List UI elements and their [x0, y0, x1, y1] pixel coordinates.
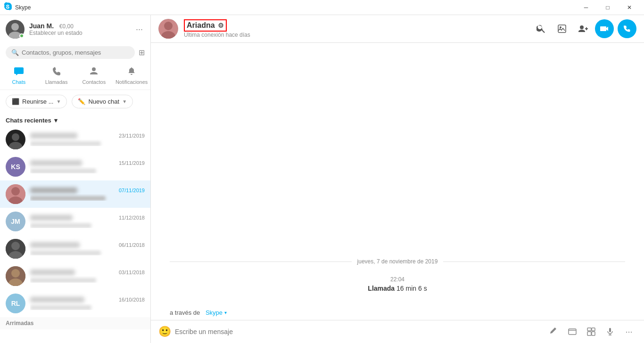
audio-button[interactable] — [603, 324, 618, 339]
close-button[interactable]: ✕ — [619, 0, 640, 15]
via-chevron-icon: ▾ — [224, 310, 227, 315]
more-input-button[interactable]: ··· — [621, 324, 636, 339]
tab-calls-label: Llamadas — [45, 79, 68, 85]
avatar-container — [6, 20, 25, 39]
meet-button[interactable]: ⬛ Reunirse ... ▼ — [6, 95, 67, 108]
chat-preview — [30, 194, 145, 201]
meet-icon: ⬛ — [12, 98, 19, 105]
svg-point-5 — [11, 187, 20, 196]
svg-rect-21 — [587, 332, 591, 335]
meet-chevron-icon: ▼ — [56, 99, 61, 104]
messages-area: jueves, 7 de noviembre de 2019 22:04 Lla… — [151, 43, 644, 305]
search-chat-button[interactable] — [533, 20, 550, 37]
list-item[interactable]: 06/11/2018 — [0, 235, 150, 262]
tab-calls[interactable]: Llamadas — [38, 64, 75, 88]
chat-info: 03/11/2018 — [30, 270, 145, 283]
heading-chevron-icon: ▾ — [54, 117, 58, 124]
chat-name — [30, 133, 77, 139]
new-chat-button[interactable]: ✏️ Nuevo chat ▼ — [72, 95, 133, 108]
voice-call-button[interactable] — [618, 19, 636, 38]
list-item[interactable]: RL 16/10/2018 — [0, 290, 150, 317]
chat-info: 06/11/2018 — [30, 242, 145, 255]
contact-name: Ariadna — [187, 21, 215, 30]
grid-button[interactable]: ⊞ — [139, 48, 145, 57]
tab-notifications-label: Notificaciones — [116, 79, 148, 85]
chat-name — [30, 215, 73, 220]
list-item[interactable]: 07/11/2019 — [0, 180, 150, 208]
skype-link[interactable]: Skype — [206, 309, 223, 316]
search-input[interactable] — [22, 49, 129, 56]
search-bar: 🔍 ⊞ — [0, 43, 150, 62]
new-chat-icon: ✏️ — [78, 98, 85, 105]
svg-point-17 — [560, 26, 561, 28]
gallery-button[interactable] — [553, 20, 570, 37]
chat-name — [30, 160, 82, 166]
chat-preview — [30, 139, 145, 146]
maximize-button[interactable]: □ — [597, 0, 619, 15]
chat-info: 23/11/2019 — [30, 133, 145, 146]
handwrite-button[interactable] — [546, 324, 561, 339]
chat-info: 11/12/2018 — [30, 215, 145, 228]
add-contact-button[interactable] — [574, 20, 591, 37]
tab-chats[interactable]: Chats — [0, 64, 38, 88]
message-time: 22:04 — [390, 276, 405, 283]
contact-avatar[interactable] — [158, 19, 178, 39]
search-icon: 🔍 — [11, 49, 19, 56]
chat-area: Ariadna ⚙ Última conexión hace días — [151, 15, 644, 343]
chats-icon — [14, 66, 24, 78]
search-wrapper: 🔍 — [6, 46, 135, 59]
tab-contacts-label: Contactos — [83, 79, 106, 85]
list-item[interactable]: JM 11/12/2018 — [0, 208, 150, 235]
new-chat-chevron-icon: ▼ — [122, 99, 127, 104]
chat-preview — [30, 249, 145, 255]
svg-rect-16 — [558, 25, 566, 33]
chat-info: 07/11/2019 — [30, 188, 145, 201]
chat-header: Ariadna ⚙ Última conexión hace días — [151, 15, 644, 43]
message-content: Llamada 16 min 6 s — [368, 285, 427, 292]
chat-avatar: RL — [6, 294, 25, 313]
video-call-button[interactable] — [595, 19, 614, 38]
tab-contacts[interactable]: Contactos — [75, 64, 113, 88]
list-item[interactable]: KS 15/11/2019 — [0, 153, 150, 180]
gear-icon[interactable]: ⚙ — [218, 22, 224, 29]
reactions-button[interactable] — [584, 324, 599, 339]
svg-point-0 — [11, 23, 19, 31]
message-input[interactable] — [175, 325, 542, 338]
emoji-button[interactable]: 🙂 — [158, 326, 171, 338]
attachment-button[interactable] — [565, 324, 580, 339]
contact-status: Última conexión hace días — [184, 32, 527, 38]
date-separator: jueves, 7 de noviembre de 2019 — [170, 258, 625, 265]
titlebar: Skype ─ □ ✕ — [0, 0, 644, 15]
chat-name — [30, 297, 84, 302]
list-item[interactable]: 23/11/2019 — [0, 126, 150, 153]
sidebar: Juan M. €0,00 Establecer un estado ··· 🔍… — [0, 15, 151, 343]
chat-avatar: KS — [6, 157, 25, 177]
tab-chats-label: Chats — [12, 79, 26, 85]
more-options-button[interactable]: ··· — [134, 23, 145, 36]
chat-avatar — [6, 239, 25, 259]
chat-list: 23/11/2019 KS 15/11/2019 — [0, 126, 150, 343]
message-input-area: 🙂 ··· — [151, 320, 644, 343]
header-actions — [533, 19, 636, 38]
via-skype-area: a través de Skype ▾ — [151, 305, 644, 320]
chat-avatar: JM — [6, 212, 25, 231]
action-buttons: ⬛ Reunirse ... ▼ ✏️ Nuevo chat ▼ — [0, 90, 150, 113]
chat-preview — [30, 221, 145, 228]
svg-rect-20 — [592, 328, 595, 331]
chat-info: 15/11/2019 — [30, 160, 145, 173]
nav-tabs: Chats Llamadas Contactos — [0, 62, 150, 90]
list-item[interactable]: 03/11/2018 — [0, 262, 150, 290]
calls-icon — [52, 66, 61, 78]
chat-name — [30, 242, 80, 248]
date-line-left — [170, 261, 352, 262]
chat-info: 16/10/2018 — [30, 297, 145, 310]
date-label: jueves, 7 de noviembre de 2019 — [357, 258, 438, 265]
profile-info: Juan M. €0,00 Establecer un estado — [29, 22, 129, 36]
contacts-icon — [89, 66, 99, 78]
recent-chats-heading[interactable]: Chats recientes ▾ — [0, 113, 150, 126]
minimize-button[interactable]: ─ — [575, 0, 597, 15]
svg-point-8 — [11, 242, 20, 250]
tab-notifications[interactable]: Notificaciones — [113, 64, 150, 88]
chat-preview — [30, 276, 145, 283]
svg-point-2 — [12, 133, 19, 141]
